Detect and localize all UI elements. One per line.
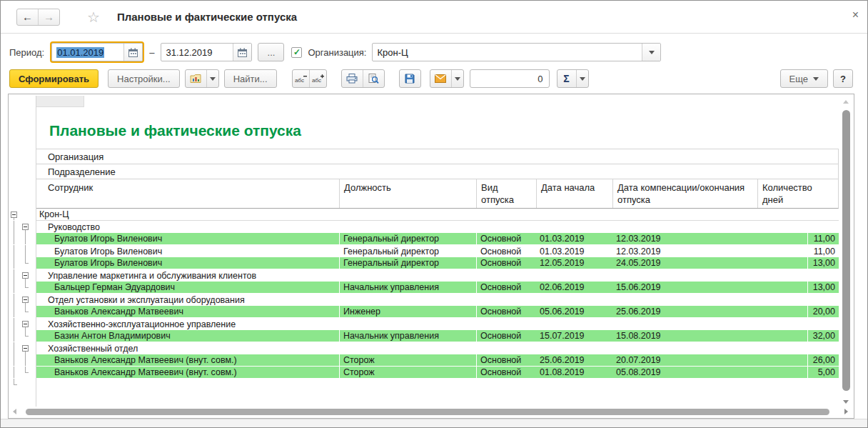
generate-button[interactable]: Сформировать [9,69,99,88]
column-header[interactable]: Сотрудник [36,179,339,208]
table-row[interactable]: Булатов Игорь ВиленовичГенеральный дирек… [36,233,839,245]
cell[interactable]: Сторож [339,367,476,378]
horizontal-scrollbar[interactable] [10,408,835,416]
table-row[interactable]: Бальцер Герман ЭдуардовичНачальник управ… [36,282,839,294]
scroll-left-icon[interactable] [13,409,16,414]
group-label[interactable]: Управление маркетинга и обслуживания кли… [36,269,256,282]
scroll-up-icon[interactable] [843,100,849,104]
horizontal-scroll-thumb[interactable] [26,409,829,415]
organization-checkbox[interactable]: ✓ [291,47,302,58]
cell[interactable]: Основной [476,257,536,269]
print-preview-icon[interactable] [363,70,384,87]
cell[interactable]: 13,00 [807,282,839,293]
cell[interactable]: Генеральный директор [339,233,476,244]
cell[interactable]: Начальник управления [339,282,476,293]
find-button[interactable]: Найти... [224,69,277,88]
scroll-right-icon[interactable] [844,409,848,414]
vertical-scroll-thumb[interactable] [842,110,850,391]
mail-icon[interactable] [430,70,451,87]
column-header[interactable]: Дата компенсации/окончания отпуска [612,179,757,208]
vertical-scrollbar[interactable] [840,96,852,407]
cell[interactable]: 11,00 [807,233,839,244]
cell[interactable]: Сторож [339,354,476,366]
cell[interactable]: 01.03.2019 [536,233,612,244]
group-label[interactable]: Хозяйственно-эксплуатационное управление [36,318,236,330]
cell[interactable]: 20,00 [807,306,839,317]
help-button[interactable]: ? [833,69,853,88]
cell[interactable]: 32,00 [807,330,839,342]
cell[interactable]: Основной [476,282,536,293]
group-row[interactable]: Крон-Ц [36,209,839,221]
cell[interactable]: 15.07.2019 [536,330,612,342]
expand-groups-icon[interactable]: абс [309,70,326,87]
close-icon[interactable]: × [852,9,859,21]
cell[interactable]: Базин Антон Владимирович [36,330,339,342]
grid-corner[interactable] [36,96,84,107]
sigma-icon[interactable]: Σ [557,70,576,87]
calendar-icon[interactable] [123,44,142,61]
cell[interactable]: 11,00 [807,245,839,257]
collapse-group-button[interactable] [11,211,17,218]
table-row[interactable]: Ваньков Александр Матвеевич (внут. совм.… [36,354,839,367]
more-button[interactable]: Еще [780,69,828,88]
choose-period-button[interactable]: ... [258,43,284,61]
collapse-group-button[interactable] [22,224,29,230]
cell[interactable]: 15.08.2019 [612,330,807,342]
cell[interactable]: Инженер [339,306,476,317]
group-row[interactable]: Хозяйственный отдел [36,342,839,354]
cell[interactable]: 02.06.2019 [536,282,612,293]
cell[interactable]: 05.06.2019 [536,306,612,317]
collapse-group-button[interactable] [22,321,29,327]
group-label[interactable]: Крон-Ц [36,209,69,220]
favorite-star-icon[interactable]: ☆ [87,10,100,24]
cell[interactable]: 12.05.2019 [536,257,612,269]
cell[interactable]: 05.08.2019 [612,367,807,378]
collapse-group-button[interactable] [22,272,29,279]
cell[interactable]: Бальцер Герман Эдуардович [36,282,339,293]
group-row[interactable]: Хозяйственно-эксплуатационное управление [36,318,839,330]
table-row[interactable]: Ваньков Александр Матвеевич (внут. совм.… [36,367,839,379]
organization-section-row[interactable]: Организация [36,149,839,164]
cell[interactable]: Генеральный директор [339,245,476,257]
chevron-down-icon[interactable] [451,70,463,87]
group-label[interactable]: Хозяйственный отдел [36,342,138,354]
print-icon[interactable] [342,70,363,87]
cell[interactable]: 15.06.2019 [612,282,807,293]
save-button[interactable] [399,69,421,88]
table-row[interactable]: Булатов Игорь ВиленовичГенеральный дирек… [36,257,839,269]
scroll-down-icon[interactable] [843,400,849,404]
table-row[interactable]: Булатов Игорь ВиленовичГенеральный дирек… [36,245,839,257]
chevron-down-icon[interactable] [206,70,218,87]
cell[interactable]: Булатов Игорь Виленович [36,233,339,244]
period-from-field[interactable]: 01.01.2019 [51,43,143,61]
group-label[interactable]: Руководство [36,221,100,233]
cell[interactable]: 5,00 [807,367,839,378]
period-to-field[interactable]: 31.12.2019 [161,43,252,61]
cell[interactable]: Основной [476,306,536,317]
cell[interactable]: Основной [476,354,536,366]
group-row[interactable]: Управление маркетинга и обслуживания кли… [36,269,839,282]
department-section-row[interactable]: Подразделение [36,164,839,179]
column-header[interactable]: Вид отпуска [476,179,536,208]
collapse-group-button[interactable] [22,297,29,303]
chevron-down-icon[interactable] [642,44,660,61]
group-row[interactable]: Отдел установки и эксплуатации оборудова… [36,294,839,306]
cell[interactable]: Ваньков Александр Матвеевич (внут. совм.… [36,354,339,366]
cell[interactable]: Основной [476,233,536,244]
cell[interactable]: 12.03.2019 [612,233,807,244]
table-row[interactable]: Базин Антон ВладимировичНачальник управл… [36,330,839,342]
cell[interactable]: Основной [476,367,536,378]
chevron-down-icon[interactable] [576,70,588,87]
cell[interactable]: Основной [476,245,536,257]
cell[interactable]: 20.07.2019 [612,354,807,366]
cell[interactable]: Ваньков Александр Матвеевич [36,306,339,317]
cell[interactable]: Булатов Игорь Виленович [36,257,339,269]
group-row[interactable]: Руководство [36,221,839,233]
cell[interactable]: Ваньков Александр Матвеевич (внут. совм.… [36,367,339,378]
column-header[interactable]: Должность [339,179,476,208]
forward-button[interactable]: → [38,9,59,25]
cell[interactable]: 25.06.2019 [612,306,807,317]
collapse-group-button[interactable] [22,345,29,352]
report-variants-icon[interactable] [186,70,206,87]
cell[interactable]: 13,00 [807,257,839,269]
